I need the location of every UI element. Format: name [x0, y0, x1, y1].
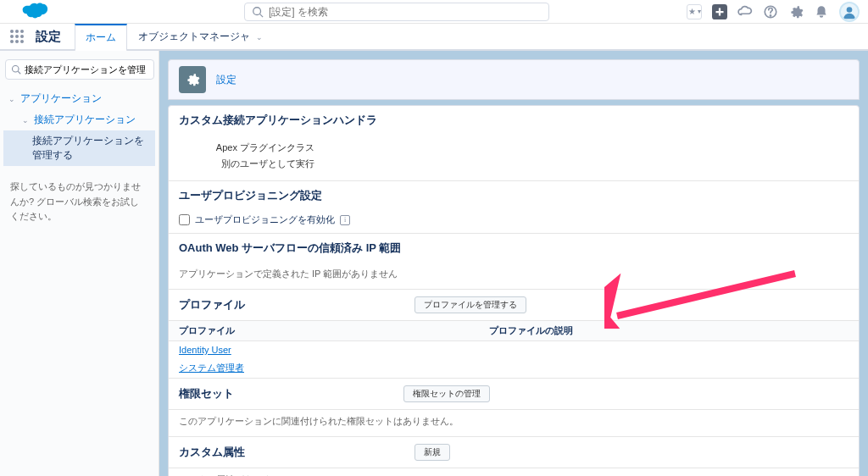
sidebar-item-label: 接続アプリケーション — [34, 113, 136, 127]
svg-point-16 — [12, 66, 19, 73]
svg-point-9 — [20, 30, 24, 33]
header-utility-icons: ★ ▾ — [687, 2, 860, 22]
notifications-bell-icon[interactable] — [814, 4, 829, 19]
sidebar-item-manage-connected-apps[interactable]: 接続アプリケーションを管理する — [3, 130, 155, 166]
chevron-down-icon: ⌄ — [256, 33, 263, 42]
col-profile: プロファイル — [169, 321, 479, 341]
tab-home[interactable]: ホーム — [75, 24, 127, 52]
section-title: 権限セット — [179, 386, 234, 401]
info-icon[interactable]: i — [340, 215, 350, 225]
checkbox-label: ユーザプロビジョニングを有効化 — [195, 213, 335, 226]
chevron-down-icon: ⌄ — [8, 95, 17, 103]
svg-point-11 — [15, 35, 19, 38]
section-oauth-ip: OAuth Web サーバフローの信頼済み IP 範囲 アプリケーションで定義さ… — [169, 233, 859, 289]
salesforce-logo[interactable] — [17, 1, 49, 23]
quick-find[interactable] — [5, 59, 154, 80]
section-custom-attributes: カスタム属性 新規 カスタム属性がありません — [169, 436, 859, 476]
svg-point-15 — [20, 40, 24, 43]
enable-user-provisioning-checkbox[interactable] — [179, 214, 190, 225]
search-icon — [252, 6, 264, 18]
favorites-dropdown[interactable]: ★ ▾ — [687, 4, 702, 19]
svg-line-1 — [260, 14, 264, 17]
setup-content: 設定 カスタム接続アプリケーションハンドラ Apex プラグインクラス 別のユー… — [159, 51, 868, 476]
add-icon[interactable] — [712, 4, 727, 19]
table-row: システム管理者 — [169, 358, 859, 378]
svg-point-10 — [10, 35, 14, 38]
page-title: 設定 — [216, 73, 236, 87]
nav-app-title: 設定 — [36, 29, 61, 45]
empty-text: このアプリケーションに関連付けられた権限セットはありません。 — [169, 410, 859, 436]
search-icon — [11, 64, 21, 75]
manage-permission-sets-button[interactable]: 権限セットの管理 — [403, 385, 490, 402]
setup-gear-icon[interactable] — [788, 4, 804, 19]
page-header: 設定 — [168, 59, 860, 100]
global-header: ★ ▾ — [0, 0, 868, 24]
sidebar-item-label: 接続アプリケーションを管理する — [32, 134, 150, 163]
detail-card: カスタム接続アプリケーションハンドラ Apex プラグインクラス 別のユーザとし… — [168, 105, 860, 476]
section-title: ユーザプロビジョニング設定 — [169, 181, 859, 210]
tab-object-manager-label: オブジェクトマネージャ — [138, 30, 250, 42]
section-profile: プロファイル プロファイルを管理する プロファイル プロファイルの説明 Iden… — [169, 289, 859, 378]
svg-point-8 — [15, 30, 19, 33]
section-title: プロファイル — [179, 297, 245, 313]
section-permission-set: 権限セット 権限セットの管理 このアプリケーションに関連付けられた権限セットはあ… — [169, 378, 859, 436]
empty-text: カスタム属性がありません — [169, 468, 859, 476]
svg-line-17 — [18, 71, 20, 74]
svg-point-13 — [10, 40, 14, 43]
sidebar-help-text: 探しているものが見つかりませんか? グローバル検索をお試しください。 — [3, 166, 155, 224]
sidebar-item-applications[interactable]: ⌄ アプリケーション — [3, 88, 155, 109]
app-launcher-icon[interactable] — [8, 28, 25, 45]
svg-point-12 — [20, 35, 24, 38]
svg-point-0 — [253, 7, 261, 14]
kv-label: Apex プラグインクラス — [179, 141, 331, 154]
kv-row: Apex プラグインクラス — [179, 140, 849, 156]
nav-bar: 設定 ホーム オブジェクトマネージャ ⌄ — [0, 24, 868, 51]
svg-point-4 — [770, 14, 771, 15]
help-icon[interactable] — [763, 4, 778, 19]
tab-object-manager[interactable]: オブジェクトマネージャ ⌄ — [127, 24, 274, 49]
setup-sidebar: ⌄ アプリケーション ⌄ 接続アプリケーション 接続アプリケーションを管理する … — [0, 51, 159, 476]
col-description: プロファイルの説明 — [479, 321, 859, 341]
profile-table: プロファイル プロファイルの説明 Identity User システム管理者 — [169, 321, 859, 378]
gear-icon — [179, 66, 206, 93]
table-row: Identity User — [169, 341, 859, 359]
cloud-icon[interactable] — [737, 4, 753, 19]
svg-point-14 — [15, 40, 19, 43]
global-search[interactable] — [244, 3, 549, 21]
section-custom-handler: カスタム接続アプリケーションハンドラ Apex プラグインクラス 別のユーザとし… — [169, 106, 859, 180]
kv-label: 別のユーザとして実行 — [179, 158, 331, 170]
section-title: カスタム属性 — [179, 445, 245, 460]
empty-text: アプリケーションで定義された IP 範囲がありません — [169, 263, 859, 289]
profile-link[interactable]: システム管理者 — [179, 363, 244, 373]
chevron-down-icon: ⌄ — [22, 116, 31, 125]
sidebar-item-label: アプリケーション — [20, 91, 102, 106]
kv-row: 別のユーザとして実行 — [179, 156, 849, 172]
section-title: カスタム接続アプリケーションハンドラ — [169, 106, 859, 135]
section-title: OAuth Web サーバフローの信頼済み IP 範囲 — [169, 234, 859, 263]
user-avatar[interactable] — [839, 2, 860, 22]
manage-profiles-button[interactable]: プロファイルを管理する — [415, 296, 526, 313]
global-search-input[interactable] — [269, 6, 542, 18]
new-custom-attribute-button[interactable]: 新規 — [415, 444, 450, 461]
section-user-provisioning: ユーザプロビジョニング設定 ユーザプロビジョニングを有効化 i — [169, 180, 859, 233]
svg-point-6 — [847, 7, 853, 13]
svg-point-7 — [10, 30, 14, 33]
quick-find-input[interactable] — [25, 64, 148, 75]
profile-link[interactable]: Identity User — [179, 345, 231, 355]
sidebar-item-connected-apps[interactable]: ⌄ 接続アプリケーション — [3, 109, 155, 130]
